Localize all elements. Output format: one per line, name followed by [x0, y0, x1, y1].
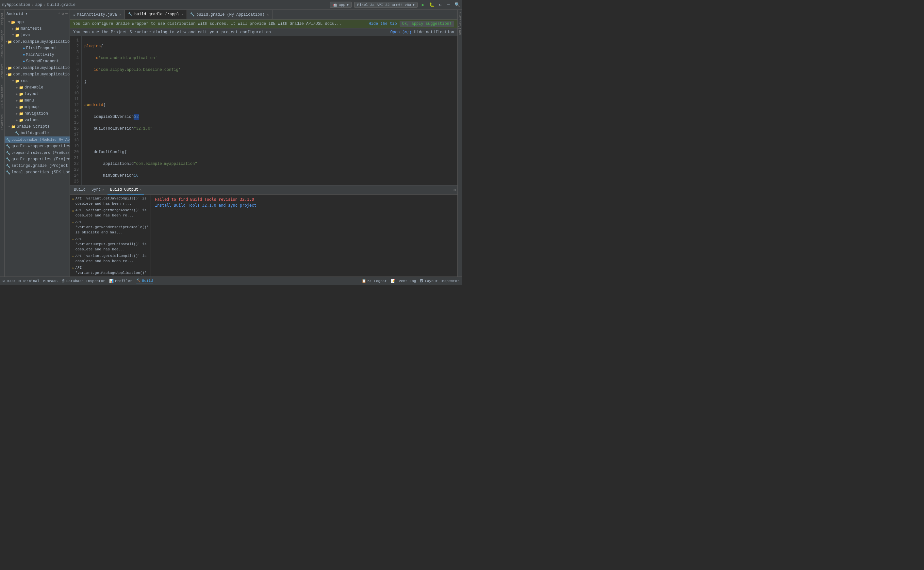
build-variants-label[interactable]: Build Variants: [0, 82, 4, 112]
code-line-11: applicationId "com.example.myapplication…: [84, 161, 457, 167]
resource-manager-label[interactable]: Resource Manager: [0, 28, 4, 61]
profiler-icon: 📊: [109, 279, 114, 283]
tree-item-second-fragment[interactable]: ● SecondFragment: [5, 58, 69, 64]
search-everywhere-button[interactable]: 🔍: [454, 2, 460, 8]
status-terminal[interactable]: ⊞ Terminal: [18, 279, 39, 283]
debug-button[interactable]: 🐛: [429, 2, 435, 8]
status-db-inspector[interactable]: 🗄 Database Inspector: [61, 279, 105, 283]
run-button[interactable]: ▶: [420, 2, 426, 8]
tree-item-build-gradle-1[interactable]: 🔧 build.gradle: [5, 130, 69, 136]
tree-item-package-android-test[interactable]: ▶ 📁 com.example.myapplication (androidTe…: [5, 64, 69, 71]
structure-label[interactable]: Structure: [0, 61, 4, 82]
close-tab-build-gradle-module[interactable]: ✕: [267, 13, 269, 17]
breadcrumb-app[interactable]: myAppication: [2, 3, 30, 7]
tree-item-gradle-properties[interactable]: 🔧 gradle.properties (Project Properties): [5, 156, 69, 162]
bottom-tab-build-output[interactable]: Build Output ✕: [108, 185, 144, 195]
tree-item-first-fragment[interactable]: ● FirstFragment: [5, 45, 69, 52]
breadcrumb-module[interactable]: app: [35, 3, 43, 7]
build-log-item-2[interactable]: ⚠ API 'variant.getMergeAssets()' is obso…: [70, 207, 151, 219]
tree-item-main-activity[interactable]: ● MainActivity: [5, 52, 69, 58]
tree-item-values[interactable]: ▶ 📁 values: [5, 117, 69, 123]
tab-main-activity[interactable]: ☕ MainActivity.java ✕: [70, 10, 125, 19]
tree-item-local-properties[interactable]: 🔧 local.properties (SDK Location): [5, 169, 69, 176]
close-tab-main-activity[interactable]: ✕: [119, 13, 121, 17]
mpaas-icon: M: [43, 279, 45, 283]
breadcrumb-file[interactable]: build.gradle: [47, 3, 75, 7]
tree-item-res[interactable]: ▼ 📁 res: [5, 78, 69, 84]
panel-header: Android ▾ + ⚙ —: [5, 10, 69, 18]
tree-item-gradle-wrapper[interactable]: 🔧 gradle-wrapper.properties: [5, 143, 69, 150]
gradle-icon: 🔧: [128, 12, 133, 16]
bottom-tab-sync[interactable]: Sync ✕: [89, 185, 107, 195]
status-event-log[interactable]: 📝 Event Log: [391, 279, 416, 283]
run-config-selector[interactable]: 🤖 app ▼: [330, 2, 352, 8]
build-icon: 🔨: [136, 279, 141, 283]
tree-item-drawable[interactable]: ▶ 📁 drawable: [5, 84, 69, 91]
notification-info-bar: You can use the Project Structure dialog…: [70, 28, 457, 36]
build-warnings-list: ⚠ API 'variant.getJavaCompile()' is obso…: [70, 195, 151, 276]
status-profiler[interactable]: 📊 Profiler: [109, 279, 132, 283]
bottom-tab-build[interactable]: Build: [71, 185, 88, 195]
gear-icon[interactable]: ⚙: [62, 11, 64, 16]
more-toolbar-icons[interactable]: ⋯: [446, 2, 452, 8]
status-layout-inspector[interactable]: 🖼 Layout Inspector: [420, 279, 460, 283]
tree-item-navigation[interactable]: ▶ 📁 navigation: [5, 110, 69, 117]
tree-item-package-main[interactable]: ▼ 📁 com.example.myapplication: [5, 38, 69, 45]
code-editor[interactable]: 12345 678910 1112131415 1617181920 21222…: [70, 36, 457, 185]
close-tab-build-gradle[interactable]: ✕: [181, 12, 183, 16]
todo-icon: ☑: [3, 279, 5, 283]
android-dropdown[interactable]: Android ▾: [6, 11, 28, 16]
editor-area: ☕ MainActivity.java ✕ 🔧 build.gradle (:a…: [70, 10, 457, 276]
build-panel-settings-icon[interactable]: ⚙: [454, 187, 456, 193]
project-tool-window-label[interactable]: Project: [0, 10, 4, 28]
tree-item-settings-gradle[interactable]: 🔧 settings.gradle (Project Settings): [5, 162, 69, 169]
tree-item-gradle-scripts[interactable]: ▼ 📁 Gradle Scripts: [5, 123, 69, 130]
build-log-item-3[interactable]: ⚠ API 'variant.getRenderscriptCompile()'…: [70, 219, 151, 236]
code-content[interactable]: plugins { id 'com.android.application' i…: [81, 36, 457, 185]
build-log-item-5[interactable]: ⚠ API 'variant.getAidlCompile()' is obso…: [70, 253, 151, 264]
bottom-tab-bar: Build Sync ✕ Build Output ✕ ⚙: [70, 185, 457, 195]
build-log-item-4[interactable]: ⚠ API 'variantOutput.getUninstall()' is …: [70, 236, 151, 253]
tree-item-proguard[interactable]: 🔧 proguard-rules.pro (ProGuard Rules for…: [5, 150, 69, 156]
status-mpaas[interactable]: M mPaaS: [43, 279, 57, 283]
status-build[interactable]: 🔨 Build: [136, 279, 153, 283]
hide-notification-button[interactable]: Hide notification: [414, 30, 454, 35]
device-selector[interactable]: Pixel_3a_API_32_arm64-v8a ▼: [354, 2, 418, 8]
build-log-item-1[interactable]: ⚠ API 'variant.getJavaCompile()' is obso…: [70, 195, 151, 207]
tree-item-menu[interactable]: ▶ 📁 menu: [5, 97, 69, 104]
notification-tip-text: You can configure Gradle wrapper to use …: [73, 21, 366, 26]
notification-info-text: You can use the Project Structure dialog…: [73, 30, 388, 35]
minimize-icon[interactable]: —: [65, 11, 68, 16]
notification-tip-bar: You can configure Gradle wrapper to use …: [70, 20, 457, 28]
install-build-tools-link[interactable]: Install Build Tools 32.1.0 and sync proj…: [155, 203, 454, 208]
right-sidebar-notifications[interactable]: Notifications: [458, 10, 462, 37]
close-sync-tab[interactable]: ✕: [102, 188, 104, 192]
tree-item-layout[interactable]: ▶ 📁 layout: [5, 91, 69, 97]
tree-item-app[interactable]: ▼ 📂 app: [5, 19, 69, 26]
tree-item-package-test[interactable]: ▶ 📁 com.example.myapplication (test): [5, 71, 69, 78]
code-line-2: id 'com.android.application': [84, 55, 457, 61]
favorites-label[interactable]: Favorites: [0, 112, 4, 133]
tab-build-gradle-module[interactable]: 🔧 build.gradle (My Application) ✕: [187, 10, 272, 19]
add-icon[interactable]: +: [58, 11, 60, 16]
tree-item-mipmap[interactable]: ▶ 📁 mipmap: [5, 104, 69, 110]
close-build-output-tab[interactable]: ✕: [140, 188, 141, 192]
tree-item-build-gradle-2[interactable]: 🔧 build.gradle (Module: My_Application.a…: [5, 136, 69, 143]
apply-suggestion-button[interactable]: Ok, apply suggestion!: [400, 21, 454, 27]
status-todo[interactable]: ☑ TODO: [3, 279, 15, 283]
db-inspector-icon: 🗄: [61, 279, 65, 283]
build-log-item-6[interactable]: ⚠ API 'variant.getPackageApplication()' …: [70, 264, 151, 276]
chevron-down-icon: ▼: [347, 3, 349, 7]
panel-header-actions: + ⚙ —: [58, 11, 68, 16]
sync-button[interactable]: ↻: [437, 2, 443, 8]
build-error-text: Failed to find Build Tools revision 32.1…: [155, 197, 454, 202]
open-project-structure-button[interactable]: Open (⌘;): [391, 30, 412, 35]
line-numbers: 12345 678910 1112131415 1617181920 21222…: [70, 36, 81, 185]
panel-title: Android ▾: [6, 11, 28, 16]
status-logcat[interactable]: 📋 6: Logcat: [362, 279, 387, 283]
tree-item-java[interactable]: ▼ 📁 java: [5, 32, 69, 38]
tree-item-manifests[interactable]: ▶ 📁 manifests: [5, 26, 69, 32]
event-log-icon: 📝: [391, 279, 395, 283]
tab-build-gradle-app[interactable]: 🔧 build.gradle (:app) ✕: [125, 10, 187, 19]
hide-tip-button[interactable]: Hide the tip: [369, 21, 397, 26]
